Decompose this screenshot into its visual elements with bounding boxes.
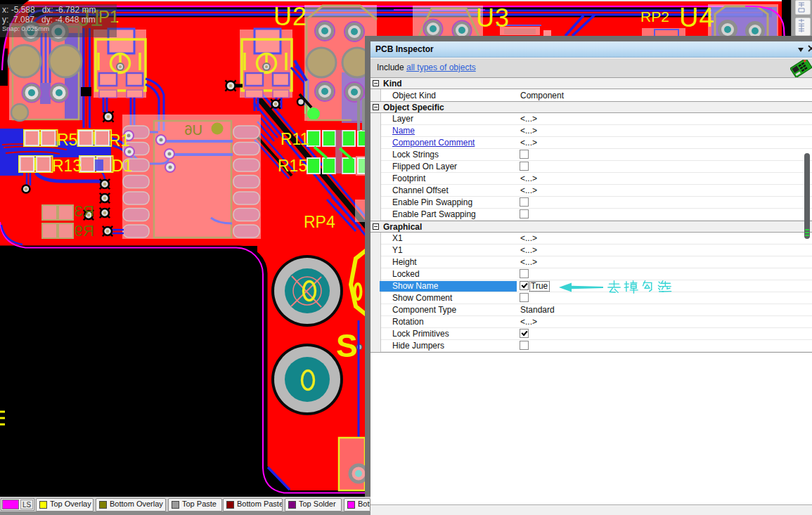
svg-text:RP2: RP2 [640, 8, 669, 25]
svg-text:R1: R1 [109, 131, 129, 150]
svg-text:R11: R11 [281, 130, 309, 148]
svg-text:RP4: RP4 [304, 213, 335, 231]
svg-text:U2: U2 [273, 2, 307, 31]
svg-text:R3: R3 [75, 202, 94, 220]
svg-text:S: S [336, 327, 359, 364]
svg-text:R13: R13 [52, 157, 82, 175]
svg-text:R9: R9 [75, 222, 94, 240]
svg-text:R15: R15 [278, 157, 307, 175]
svg-text:U3: U3 [476, 4, 510, 32]
svg-text:R5: R5 [57, 131, 77, 149]
svg-text:D1: D1 [112, 157, 132, 175]
svg-text:U4: U4 [679, 3, 715, 32]
svg-text:U6: U6 [184, 122, 202, 138]
